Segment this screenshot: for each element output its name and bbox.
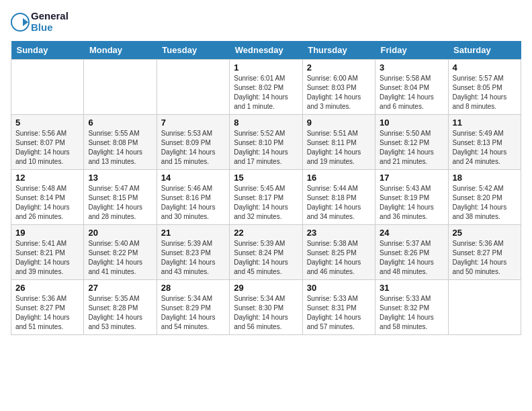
calendar-cell: 13Sunrise: 5:47 AM Sunset: 8:15 PM Dayli… bbox=[84, 170, 157, 225]
day-number: 17 bbox=[380, 173, 443, 183]
day-info: Sunrise: 5:58 AM Sunset: 8:04 PM Dayligh… bbox=[380, 74, 443, 111]
day-number: 19 bbox=[15, 228, 79, 238]
day-info: Sunrise: 5:47 AM Sunset: 8:15 PM Dayligh… bbox=[88, 184, 152, 222]
logo-svg bbox=[11, 13, 30, 32]
day-info: Sunrise: 5:36 AM Sunset: 8:27 PM Dayligh… bbox=[15, 294, 79, 332]
day-number: 3 bbox=[380, 62, 443, 73]
day-number: 7 bbox=[161, 118, 225, 128]
weekday-header-tuesday: Tuesday bbox=[157, 41, 229, 60]
day-info: Sunrise: 5:52 AM Sunset: 8:10 PM Dayligh… bbox=[234, 129, 298, 167]
day-info: Sunrise: 5:46 AM Sunset: 8:16 PM Dayligh… bbox=[161, 184, 225, 222]
calendar-cell: 31Sunrise: 5:33 AM Sunset: 8:32 PM Dayli… bbox=[375, 280, 448, 335]
day-number: 1 bbox=[234, 62, 298, 73]
day-number: 13 bbox=[88, 173, 152, 183]
day-info: Sunrise: 5:50 AM Sunset: 8:12 PM Dayligh… bbox=[380, 129, 443, 167]
week-row-2: 5Sunrise: 5:56 AM Sunset: 8:07 PM Daylig… bbox=[11, 115, 521, 170]
day-number: 8 bbox=[234, 118, 298, 128]
day-info: Sunrise: 5:39 AM Sunset: 8:23 PM Dayligh… bbox=[161, 239, 225, 277]
calendar-cell: 12Sunrise: 5:48 AM Sunset: 8:14 PM Dayli… bbox=[11, 170, 84, 225]
week-row-3: 12Sunrise: 5:48 AM Sunset: 8:14 PM Dayli… bbox=[11, 170, 521, 225]
day-info: Sunrise: 5:37 AM Sunset: 8:26 PM Dayligh… bbox=[380, 239, 443, 277]
calendar-cell: 30Sunrise: 5:33 AM Sunset: 8:31 PM Dayli… bbox=[302, 280, 375, 335]
week-row-5: 26Sunrise: 5:36 AM Sunset: 8:27 PM Dayli… bbox=[11, 280, 521, 335]
day-number: 21 bbox=[161, 228, 225, 238]
logo: General Blue bbox=[11, 11, 69, 33]
calendar-cell: 17Sunrise: 5:43 AM Sunset: 8:19 PM Dayli… bbox=[375, 170, 448, 225]
day-number: 24 bbox=[380, 228, 443, 238]
day-number: 12 bbox=[15, 173, 79, 183]
day-info: Sunrise: 5:34 AM Sunset: 8:29 PM Dayligh… bbox=[161, 294, 225, 332]
day-number: 15 bbox=[234, 173, 298, 183]
weekday-header-sunday: Sunday bbox=[11, 41, 84, 60]
calendar-cell: 26Sunrise: 5:36 AM Sunset: 8:27 PM Dayli… bbox=[11, 280, 84, 335]
calendar-cell: 16Sunrise: 5:44 AM Sunset: 8:18 PM Dayli… bbox=[302, 170, 375, 225]
weekday-header-monday: Monday bbox=[84, 41, 157, 60]
calendar-cell bbox=[448, 280, 521, 335]
day-info: Sunrise: 6:01 AM Sunset: 8:02 PM Dayligh… bbox=[234, 74, 298, 111]
day-number: 22 bbox=[234, 228, 298, 238]
day-info: Sunrise: 5:55 AM Sunset: 8:08 PM Dayligh… bbox=[88, 129, 152, 167]
day-info: Sunrise: 5:33 AM Sunset: 8:32 PM Dayligh… bbox=[380, 294, 443, 332]
day-info: Sunrise: 5:38 AM Sunset: 8:25 PM Dayligh… bbox=[307, 239, 371, 277]
day-number: 25 bbox=[453, 228, 517, 238]
day-number: 5 bbox=[15, 118, 79, 128]
calendar-cell bbox=[157, 60, 229, 115]
weekday-header-wednesday: Wednesday bbox=[230, 41, 302, 60]
day-number: 23 bbox=[307, 228, 371, 238]
calendar-cell bbox=[11, 60, 84, 115]
calendar-cell: 5Sunrise: 5:56 AM Sunset: 8:07 PM Daylig… bbox=[11, 115, 84, 170]
calendar-cell: 2Sunrise: 6:00 AM Sunset: 8:03 PM Daylig… bbox=[302, 60, 375, 115]
day-number: 4 bbox=[453, 62, 517, 73]
day-info: Sunrise: 5:48 AM Sunset: 8:14 PM Dayligh… bbox=[15, 184, 79, 222]
day-info: Sunrise: 5:51 AM Sunset: 8:11 PM Dayligh… bbox=[307, 129, 371, 167]
weekday-header-thursday: Thursday bbox=[302, 41, 375, 60]
day-number: 6 bbox=[88, 118, 152, 128]
day-info: Sunrise: 5:35 AM Sunset: 8:28 PM Dayligh… bbox=[88, 294, 152, 332]
calendar-table: SundayMondayTuesdayWednesdayThursdayFrid… bbox=[11, 41, 521, 335]
day-number: 2 bbox=[307, 62, 371, 73]
day-info: Sunrise: 5:45 AM Sunset: 8:17 PM Dayligh… bbox=[234, 184, 298, 222]
calendar-cell: 4Sunrise: 5:57 AM Sunset: 8:05 PM Daylig… bbox=[448, 60, 521, 115]
weekday-header-saturday: Saturday bbox=[448, 41, 521, 60]
calendar-cell: 9Sunrise: 5:51 AM Sunset: 8:11 PM Daylig… bbox=[302, 115, 375, 170]
day-info: Sunrise: 5:40 AM Sunset: 8:22 PM Dayligh… bbox=[88, 239, 152, 277]
day-info: Sunrise: 5:53 AM Sunset: 8:09 PM Dayligh… bbox=[161, 129, 225, 167]
day-number: 30 bbox=[307, 283, 371, 293]
day-number: 28 bbox=[161, 283, 225, 293]
calendar-cell bbox=[84, 60, 157, 115]
day-info: Sunrise: 5:39 AM Sunset: 8:24 PM Dayligh… bbox=[234, 239, 298, 277]
day-number: 27 bbox=[88, 283, 152, 293]
day-number: 20 bbox=[88, 228, 152, 238]
calendar-cell: 22Sunrise: 5:39 AM Sunset: 8:24 PM Dayli… bbox=[230, 225, 302, 280]
day-info: Sunrise: 5:36 AM Sunset: 8:27 PM Dayligh… bbox=[453, 239, 517, 277]
calendar-cell: 29Sunrise: 5:34 AM Sunset: 8:30 PM Dayli… bbox=[230, 280, 302, 335]
calendar-cell: 27Sunrise: 5:35 AM Sunset: 8:28 PM Dayli… bbox=[84, 280, 157, 335]
day-info: Sunrise: 5:42 AM Sunset: 8:20 PM Dayligh… bbox=[453, 184, 517, 222]
page-header: General Blue bbox=[11, 11, 521, 33]
weekday-header-friday: Friday bbox=[375, 41, 448, 60]
day-info: Sunrise: 5:34 AM Sunset: 8:30 PM Dayligh… bbox=[234, 294, 298, 332]
day-info: Sunrise: 5:33 AM Sunset: 8:31 PM Dayligh… bbox=[307, 294, 371, 332]
day-number: 14 bbox=[161, 173, 225, 183]
day-info: Sunrise: 5:49 AM Sunset: 8:13 PM Dayligh… bbox=[453, 129, 517, 167]
calendar-cell: 21Sunrise: 5:39 AM Sunset: 8:23 PM Dayli… bbox=[157, 225, 229, 280]
day-info: Sunrise: 5:57 AM Sunset: 8:05 PM Dayligh… bbox=[453, 74, 517, 111]
calendar-cell: 1Sunrise: 6:01 AM Sunset: 8:02 PM Daylig… bbox=[230, 60, 302, 115]
calendar-cell: 11Sunrise: 5:49 AM Sunset: 8:13 PM Dayli… bbox=[448, 115, 521, 170]
day-info: Sunrise: 5:44 AM Sunset: 8:18 PM Dayligh… bbox=[307, 184, 371, 222]
logo-general: General bbox=[31, 11, 69, 22]
week-row-1: 1Sunrise: 6:01 AM Sunset: 8:02 PM Daylig… bbox=[11, 60, 521, 115]
calendar-cell: 28Sunrise: 5:34 AM Sunset: 8:29 PM Dayli… bbox=[157, 280, 229, 335]
day-info: Sunrise: 5:43 AM Sunset: 8:19 PM Dayligh… bbox=[380, 184, 443, 222]
calendar-cell: 7Sunrise: 5:53 AM Sunset: 8:09 PM Daylig… bbox=[157, 115, 229, 170]
calendar-cell: 23Sunrise: 5:38 AM Sunset: 8:25 PM Dayli… bbox=[302, 225, 375, 280]
calendar-cell: 19Sunrise: 5:41 AM Sunset: 8:21 PM Dayli… bbox=[11, 225, 84, 280]
svg-marker-1 bbox=[23, 18, 28, 26]
weekday-header-row: SundayMondayTuesdayWednesdayThursdayFrid… bbox=[11, 41, 521, 60]
week-row-4: 19Sunrise: 5:41 AM Sunset: 8:21 PM Dayli… bbox=[11, 225, 521, 280]
day-info: Sunrise: 5:41 AM Sunset: 8:21 PM Dayligh… bbox=[15, 239, 79, 277]
day-number: 31 bbox=[380, 283, 443, 293]
day-number: 18 bbox=[453, 173, 517, 183]
logo-blue: Blue bbox=[31, 22, 69, 34]
day-number: 29 bbox=[234, 283, 298, 293]
